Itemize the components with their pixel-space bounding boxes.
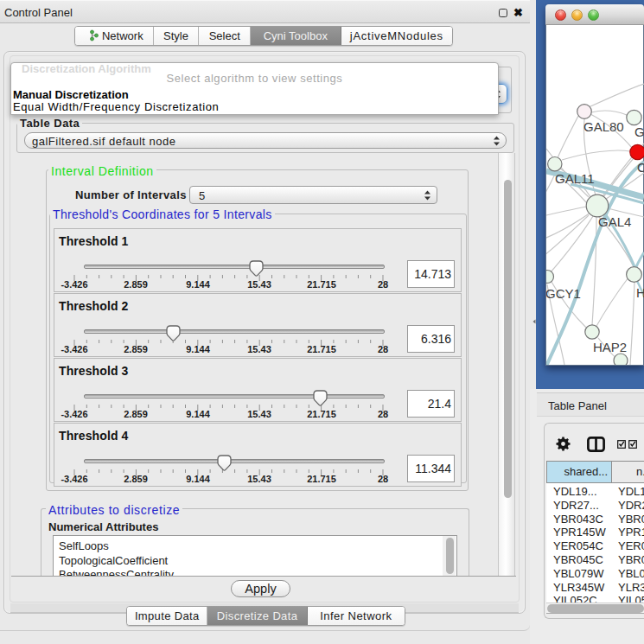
svg-text:GA: GA — [634, 124, 644, 139]
svg-text:GAL80: GAL80 — [583, 119, 624, 134]
svg-text:GCY1: GCY1 — [546, 286, 581, 301]
svg-text:C: C — [637, 160, 644, 175]
svg-text:GAL4: GAL4 — [598, 214, 631, 229]
svg-text:GAL11: GAL11 — [555, 171, 595, 186]
svg-text:H: H — [636, 285, 644, 300]
svg-text:HAP2: HAP2 — [593, 340, 627, 354]
